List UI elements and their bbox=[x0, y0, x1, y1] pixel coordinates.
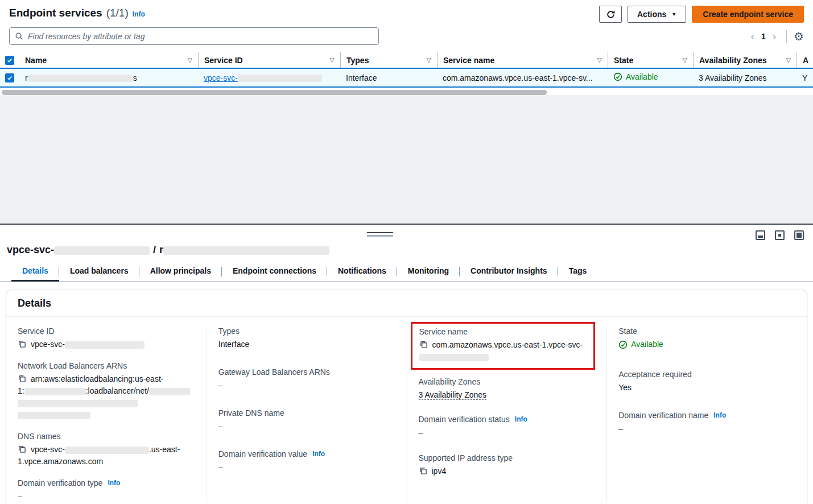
tab-load-balancers[interactable]: Load balancers bbox=[59, 263, 139, 281]
details-column-1: Service ID vpce-svc- Network Load Balanc… bbox=[6, 327, 207, 502]
copy-icon[interactable] bbox=[18, 445, 26, 453]
search-input[interactable] bbox=[9, 27, 379, 45]
cell-acceptance: Y bbox=[797, 73, 813, 82]
tab-notifications[interactable]: Notifications bbox=[327, 263, 397, 281]
column-header-name[interactable]: Name ▽ bbox=[19, 52, 198, 68]
title-group: Endpoint services (1/1) Info bbox=[9, 6, 145, 19]
tab-monitoring[interactable]: Monitoring bbox=[397, 263, 460, 281]
availability-zones-trigger[interactable]: 3 Availability Zones bbox=[419, 390, 487, 400]
sort-icon[interactable]: ▽ bbox=[330, 56, 335, 64]
previous-page-icon[interactable]: ‹ bbox=[748, 31, 758, 42]
header-actions: Actions ▼ Create endpoint service bbox=[599, 6, 804, 23]
page-header: Endpoint services (1/1) Info Actions ▼ C… bbox=[0, 0, 813, 23]
sort-icon[interactable]: ▽ bbox=[683, 56, 687, 64]
tab-allow-principals[interactable]: Allow principals bbox=[139, 263, 222, 281]
panel-size-medium-icon[interactable] bbox=[775, 230, 785, 240]
sort-icon[interactable]: ▽ bbox=[188, 56, 192, 64]
create-endpoint-service-button[interactable]: Create endpoint service bbox=[692, 6, 804, 23]
info-link[interactable]: Info bbox=[515, 415, 527, 423]
scrollbar-thumb[interactable] bbox=[2, 90, 547, 95]
sort-icon[interactable]: ▽ bbox=[597, 56, 602, 64]
table-row[interactable]: rs vpce-svc- Interface com.amazonaws.vpc… bbox=[0, 68, 813, 88]
page-title: Endpoint services bbox=[9, 7, 102, 19]
row-checkbox[interactable] bbox=[5, 73, 14, 82]
details-card: Details Service ID vpce-svc- Network Loa… bbox=[6, 290, 807, 504]
tabs-bar: Details Load balancers Allow principals … bbox=[0, 263, 813, 282]
field-acceptance-required: Acceptance required Yes bbox=[618, 370, 795, 394]
field-service-id: Service ID vpce-svc- bbox=[18, 327, 195, 350]
actions-label: Actions bbox=[637, 10, 666, 19]
cell-service-name: com.amazonaws.vpce.us-east-1.vpce-sv... bbox=[437, 73, 608, 82]
header-info-link[interactable]: Info bbox=[133, 10, 145, 18]
state-text: Available bbox=[631, 338, 663, 350]
tab-tags[interactable]: Tags bbox=[558, 263, 598, 281]
endpoint-services-page: Endpoint services (1/1) Info Actions ▼ C… bbox=[0, 0, 813, 504]
column-header-types[interactable]: Types ▽ bbox=[340, 52, 437, 68]
field-availability-zones: Availability Zones 3 Availability Zones bbox=[419, 377, 596, 401]
field-state: State Available bbox=[618, 327, 795, 353]
tab-details[interactable]: Details bbox=[11, 263, 59, 281]
actions-button[interactable]: Actions ▼ bbox=[628, 6, 686, 23]
details-column-4: State Available Acceptance required Yes bbox=[606, 327, 807, 502]
column-header-availability-zones[interactable]: Availability Zones ▽ bbox=[693, 52, 797, 68]
tab-endpoint-connections[interactable]: Endpoint connections bbox=[222, 263, 327, 281]
tab-contributor-insights[interactable]: Contributor Insights bbox=[460, 263, 558, 281]
redaction-block bbox=[18, 412, 90, 419]
panel-size-small-icon[interactable] bbox=[756, 230, 765, 240]
redaction-block bbox=[149, 388, 190, 395]
split-panel-title: vpce-svc-/r bbox=[7, 244, 804, 256]
status-available-icon bbox=[613, 72, 622, 81]
panel-size-large-icon[interactable] bbox=[794, 230, 804, 240]
redaction-block bbox=[419, 354, 489, 361]
details-column-3: Service name com.amazonaws.vpce.us-east-… bbox=[407, 327, 607, 502]
select-all-checkbox[interactable] bbox=[5, 56, 14, 65]
status-available-icon bbox=[618, 340, 628, 349]
field-domain-verification-name: Domain verification nameInfo – bbox=[618, 411, 795, 435]
copy-icon[interactable] bbox=[18, 374, 26, 383]
redaction-block bbox=[238, 75, 322, 82]
page-number[interactable]: 1 bbox=[761, 32, 766, 41]
field-domain-verification-value: Domain verification valueInfo – bbox=[218, 449, 395, 473]
cell-state: Available bbox=[608, 72, 693, 83]
search-icon bbox=[15, 32, 23, 43]
refresh-button[interactable] bbox=[599, 6, 622, 23]
info-link[interactable]: Info bbox=[312, 450, 325, 458]
redaction-block bbox=[163, 246, 329, 255]
availability-zones-trigger[interactable]: 3 Availability Zones bbox=[699, 73, 767, 82]
sort-icon[interactable]: ▽ bbox=[786, 56, 791, 64]
service-name-highlight-box: Service name com.amazonaws.vpce.us-east-… bbox=[411, 322, 596, 370]
column-header-service-id[interactable]: Service ID ▽ bbox=[198, 52, 340, 68]
details-column-2: Types Interface Gateway Load Balancers A… bbox=[207, 327, 407, 502]
redaction-block bbox=[28, 75, 133, 82]
info-link[interactable]: Info bbox=[108, 479, 120, 487]
copy-icon[interactable] bbox=[419, 340, 428, 349]
next-page-icon[interactable]: › bbox=[769, 31, 779, 42]
state-text: Available bbox=[626, 72, 658, 81]
split-panel: vpce-svc-/r Details Load balancers Allow… bbox=[0, 224, 813, 504]
cell-types: Interface bbox=[340, 73, 437, 82]
select-all-cell bbox=[0, 52, 19, 68]
field-glb-arns: Gateway Load Balancers ARNs – bbox=[218, 367, 395, 391]
details-card-body: Service ID vpce-svc- Network Load Balanc… bbox=[6, 317, 807, 504]
cell-service-id: vpce-svc- bbox=[198, 73, 340, 82]
redaction-block bbox=[65, 341, 145, 349]
sort-icon[interactable]: ▽ bbox=[427, 56, 431, 64]
split-panel-size-controls bbox=[756, 230, 804, 240]
table-header-row: Name ▽ Service ID ▽ Types ▽ Service name… bbox=[0, 52, 813, 68]
field-dns-names: DNS names vpce-svc-.us-east- 1.vpce.amaz… bbox=[18, 432, 195, 468]
column-header-acceptance[interactable]: A bbox=[797, 52, 813, 68]
gear-icon[interactable]: ⚙ bbox=[794, 31, 804, 42]
redaction-block bbox=[54, 246, 150, 255]
split-panel-drag-handle[interactable] bbox=[367, 232, 393, 237]
service-id-link[interactable]: vpce-svc- bbox=[204, 73, 322, 82]
column-header-service-name[interactable]: Service name ▽ bbox=[437, 52, 608, 68]
field-domain-verification-type: Domain verification typeInfo – bbox=[18, 478, 195, 502]
details-card-heading: Details bbox=[6, 290, 807, 317]
copy-icon[interactable] bbox=[18, 340, 26, 348]
field-domain-verification-status: Domain verification statusInfo – bbox=[419, 415, 596, 439]
column-header-state[interactable]: State ▽ bbox=[608, 52, 693, 68]
copy-icon[interactable] bbox=[419, 466, 427, 475]
info-link[interactable]: Info bbox=[713, 411, 726, 419]
field-nlb-arns: Network Load Balancers ARNs arn:aws:elas… bbox=[18, 361, 195, 421]
field-service-name: Service name com.amazonaws.vpce.us-east-… bbox=[419, 327, 587, 363]
